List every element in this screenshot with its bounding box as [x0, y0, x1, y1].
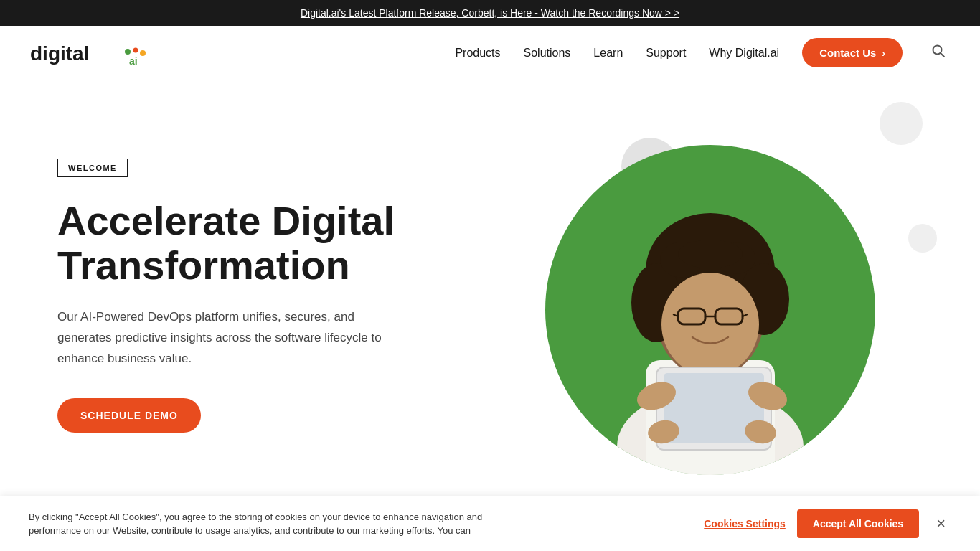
decorative-circle-2 [908, 224, 937, 253]
svg-text:digital: digital [30, 42, 89, 65]
decorative-circle-3 [880, 102, 923, 145]
svg-point-3 [140, 50, 146, 56]
svg-point-15 [678, 240, 743, 268]
cookie-banner: By clicking "Accept All Cookies", you ag… [0, 496, 980, 511]
svg-point-1 [125, 49, 131, 55]
nav-learn[interactable]: Learn [593, 41, 623, 65]
hero-person-image [545, 145, 875, 475]
svg-line-6 [941, 53, 944, 57]
cookie-text: By clicking "Accept All Cookies", you ag… [29, 510, 531, 512]
nav-support[interactable]: Support [646, 41, 686, 65]
svg-point-2 [133, 47, 138, 52]
schedule-demo-button[interactable]: SCHEDULE DEMO [57, 398, 201, 433]
hero-image-area [441, 80, 980, 511]
svg-text:ai: ai [129, 55, 138, 67]
accept-cookies-button[interactable]: Accept All Cookies [797, 509, 919, 511]
nav-why[interactable]: Why Digital.ai [709, 41, 779, 65]
logo-svg: digital ai [29, 37, 158, 69]
hero-title: Accelerate Digital Transformation [57, 199, 402, 287]
banner-link[interactable]: Digital.ai's Latest Platform Release, Co… [301, 7, 679, 19]
contact-us-button[interactable]: Contact Us › [802, 38, 903, 67]
nav-products[interactable]: Products [455, 41, 500, 65]
logo[interactable]: digital ai [29, 37, 158, 69]
cookie-actions: Cookies Settings Accept All Cookies × [704, 509, 951, 511]
main-nav: Products Solutions Learn Support Why Dig… [455, 38, 951, 67]
hero-subtitle: Our AI-Powered DevOps platform unifies, … [57, 307, 402, 369]
search-icon[interactable] [925, 38, 951, 67]
welcome-badge: WELCOME [57, 159, 128, 177]
header: digital ai Products Solutions Learn Supp… [0, 26, 980, 80]
hero-content: WELCOME Accelerate Digital Transformatio… [0, 116, 459, 476]
nav-solutions[interactable]: Solutions [524, 41, 571, 65]
hero-section: WELCOME Accelerate Digital Transformatio… [0, 80, 980, 511]
chevron-icon: › [882, 47, 885, 59]
svg-point-16 [661, 273, 759, 376]
top-banner: Digital.ai's Latest Platform Release, Co… [0, 0, 980, 26]
